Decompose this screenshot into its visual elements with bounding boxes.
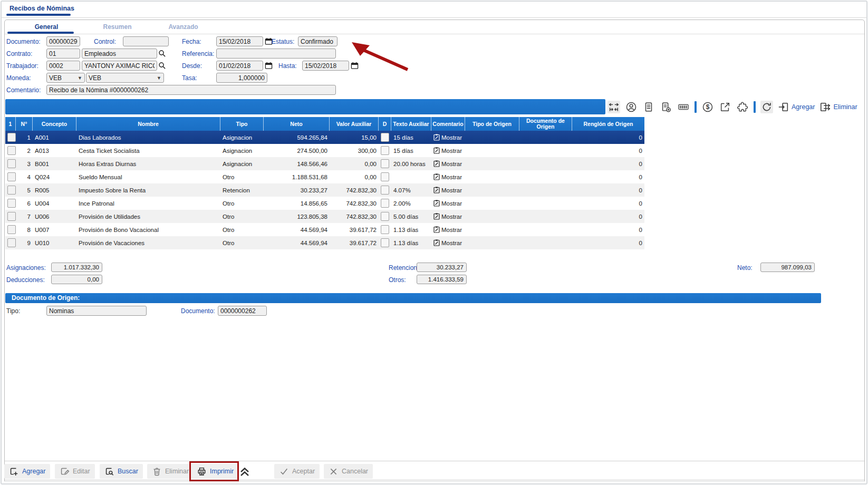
tab-general[interactable]: General (15, 22, 78, 32)
collapse-icon[interactable] (238, 465, 251, 478)
user-icon[interactable] (625, 101, 638, 113)
module-tab-recibos-de-nominas[interactable]: Recibos de Nóminas (9, 5, 74, 12)
agregar-button[interactable]: Agregar (4, 464, 50, 479)
retenciones-input[interactable] (417, 263, 467, 272)
d-checkbox[interactable] (381, 159, 389, 168)
row-select-button[interactable] (7, 225, 16, 234)
currency-icon[interactable]: $ (701, 101, 714, 113)
mostrar-comment-button[interactable]: Mostrar (431, 173, 465, 180)
contrato-code-input[interactable] (46, 48, 80, 59)
table-row[interactable]: 8 U007 Provisión de Bono Vacacional Otro… (5, 223, 644, 236)
cancelar-button[interactable]: Cancelar (324, 464, 373, 479)
row-select-button[interactable] (7, 159, 16, 168)
mostrar-comment-button[interactable]: Mostrar (431, 160, 465, 167)
mostrar-comment-button[interactable]: Mostrar (431, 200, 465, 207)
estatus-input[interactable] (298, 36, 337, 46)
aceptar-button[interactable]: Aceptar (274, 464, 320, 479)
horizontal-scrollbar-track[interactable] (5, 479, 864, 482)
d-checkbox[interactable] (381, 133, 389, 142)
col-header-texto-auxiliar[interactable]: Texto Auxiliar (391, 117, 431, 131)
mostrar-comment-button[interactable]: Mostrar (431, 226, 465, 233)
row-select-button[interactable] (7, 199, 16, 208)
documento-input[interactable] (46, 36, 80, 46)
col-header-numero[interactable]: N° (16, 117, 33, 131)
table-row[interactable]: 6 U004 Ince Patronal Otro 14.856,65 742.… (5, 197, 644, 210)
d-checkbox[interactable] (381, 212, 389, 221)
asignaciones-input[interactable] (51, 263, 102, 272)
table-row[interactable]: 7 U006 Provisión de Utilidades Otro 123.… (5, 210, 644, 223)
deducciones-input[interactable] (51, 275, 102, 284)
trabajador-search-icon[interactable] (158, 62, 166, 70)
moneda-select-2[interactable]: VEB▼ (86, 73, 164, 83)
col-header-nombre[interactable]: Nombre (76, 117, 220, 131)
grid-delete-row-button[interactable]: Eliminar (819, 101, 857, 113)
row-select-button[interactable] (7, 146, 16, 155)
table-row[interactable]: 2 A013 Cesta Ticket Socialista Asignacio… (5, 144, 644, 157)
contrato-name-input[interactable] (82, 48, 157, 59)
trabajador-name-input[interactable] (82, 61, 157, 71)
moneda-select-1[interactable]: VEB▼ (46, 73, 85, 83)
row-select-button[interactable] (7, 186, 16, 195)
editar-button[interactable]: Editar (55, 464, 95, 479)
table-row[interactable]: 4 Q024 Sueldo Mensual Otro 1.188.531,68 … (5, 170, 644, 183)
imprimir-button[interactable]: Imprimir (192, 464, 238, 479)
col-header-documento-origen[interactable]: Documento de Origen (519, 117, 572, 131)
grid-add-row-button[interactable]: Agregar (778, 101, 815, 113)
hasta-input[interactable] (302, 61, 349, 71)
table-row[interactable]: 5 R005 Impuesto Sobre la Renta Retencion… (5, 183, 644, 197)
mostrar-comment-button[interactable]: Mostrar (431, 213, 465, 220)
control-input[interactable] (123, 36, 169, 46)
col-header-d[interactable]: D (379, 117, 391, 131)
row-select-button[interactable] (7, 212, 16, 221)
fecha-input[interactable] (216, 36, 263, 46)
col-header-select[interactable]: 1 (5, 117, 16, 131)
mostrar-comment-button[interactable]: Mostrar (431, 147, 465, 154)
mostrar-comment-button[interactable]: Mostrar (431, 134, 465, 141)
row-select-button[interactable] (7, 172, 16, 181)
refresh-icon[interactable] (760, 101, 773, 113)
hasta-calendar-icon[interactable] (351, 62, 359, 70)
d-checkbox[interactable] (381, 146, 389, 155)
tasa-input[interactable] (216, 73, 267, 83)
d-checkbox[interactable] (381, 238, 389, 247)
desde-input[interactable] (216, 61, 263, 71)
d-checkbox[interactable] (381, 186, 389, 195)
origen-documento-input[interactable] (218, 306, 267, 316)
barcode-icon[interactable] (677, 101, 690, 113)
referencia-input[interactable] (216, 48, 336, 59)
tab-avanzado[interactable]: Avanzado (150, 22, 216, 32)
eliminar-button[interactable]: Eliminar (147, 464, 194, 479)
neto-input[interactable] (760, 263, 815, 272)
col-header-tipo[interactable]: Tipo (220, 117, 264, 131)
table-header-row: 1 N° Concepto Nombre Tipo Neto Valor Aux… (5, 117, 644, 131)
comentario-input[interactable] (46, 85, 336, 95)
table-row[interactable]: 1 A001 Dias Laborados Asignacion 594.265… (5, 131, 644, 144)
col-header-concepto[interactable]: Concepto (33, 117, 76, 131)
desde-calendar-icon[interactable] (265, 62, 273, 70)
mostrar-comment-button[interactable]: Mostrar (431, 239, 465, 246)
row-select-button[interactable] (7, 238, 16, 247)
col-header-comentario[interactable]: Comentario (431, 117, 465, 131)
col-header-neto[interactable]: Neto (264, 117, 330, 131)
d-checkbox[interactable] (381, 225, 389, 234)
otros-input[interactable] (417, 275, 467, 284)
table-row[interactable]: 9 U010 Provisión de Vacaciones Otro 44.5… (5, 236, 644, 249)
mostrar-comment-button[interactable]: Mostrar (431, 187, 465, 193)
col-header-renglon-origen[interactable]: Renglón de Origen (572, 117, 644, 131)
table-row[interactable]: 3 B001 Horas Extras Diurnas Asignacion 1… (5, 157, 644, 170)
tab-resumen[interactable]: Resumen (84, 22, 150, 32)
d-checkbox[interactable] (381, 172, 389, 181)
document-icon[interactable] (642, 101, 655, 113)
col-header-valor-auxiliar[interactable]: Valor Auxiliar (330, 117, 379, 131)
buscar-button[interactable]: Buscar (100, 464, 143, 479)
col-header-tipo-de-origen[interactable]: Tipo de Origen (465, 117, 519, 131)
trabajador-code-input[interactable] (46, 61, 80, 71)
d-checkbox[interactable] (381, 199, 389, 208)
puzzle-icon[interactable] (736, 101, 749, 113)
resize-arrows-icon[interactable] (607, 101, 620, 113)
contrato-search-icon[interactable] (158, 50, 166, 57)
document-add-icon[interactable] (660, 101, 672, 113)
external-link-icon[interactable] (719, 101, 731, 113)
origen-tipo-input[interactable] (46, 306, 147, 316)
row-select-button[interactable] (7, 133, 16, 142)
